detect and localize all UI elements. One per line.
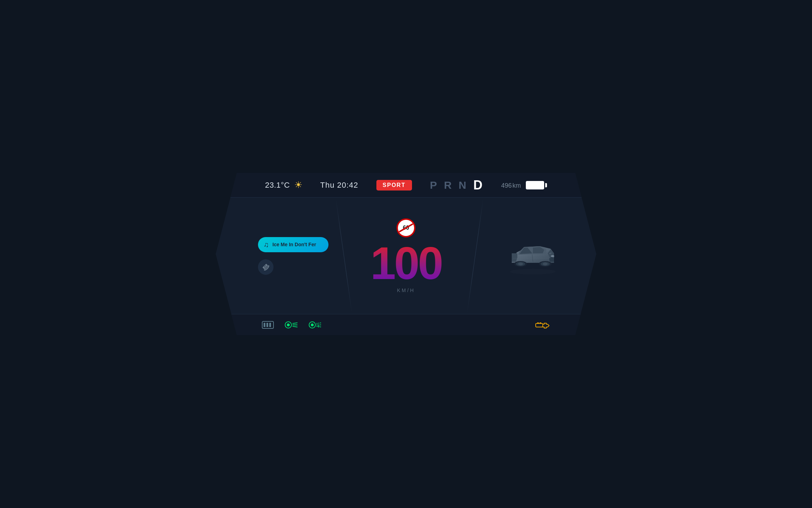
headlight-indicator-icon <box>284 320 298 330</box>
svg-point-13 <box>287 323 290 326</box>
svg-point-1 <box>551 255 554 257</box>
temperature-display: 23.1°C <box>265 181 290 190</box>
svg-rect-9 <box>264 323 265 327</box>
battery-icon <box>526 181 547 189</box>
phone-button[interactable]: ☎ <box>258 259 273 275</box>
svg-line-16 <box>293 326 297 327</box>
speed-unit: KM/H <box>397 288 415 293</box>
fog-light-indicator-icon <box>308 320 322 330</box>
svg-point-7 <box>543 262 548 265</box>
music-note-icon: ♫ <box>264 241 269 249</box>
sun-icon: ☀ <box>294 180 302 190</box>
svg-rect-23 <box>537 322 539 324</box>
svg-rect-24 <box>540 322 541 324</box>
left-panel: ♫ Ice Me In Don't Fer ☎ <box>216 237 314 275</box>
svg-rect-11 <box>269 323 271 327</box>
sport-mode-badge[interactable]: SPORT <box>376 180 412 190</box>
parking-sensor-icon <box>262 320 274 330</box>
svg-point-0 <box>510 269 556 274</box>
time-display: Thu 20:42 <box>320 181 358 190</box>
dashboard: 23.1°C ☀ Thu 20:42 SPORT P R N D 496km <box>216 173 596 335</box>
gear-n[interactable]: N <box>459 179 466 191</box>
weather-section: 23.1°C ☀ <box>265 180 302 190</box>
svg-line-19 <box>316 323 321 323</box>
main-content: ♫ Ice Me In Don't Fer ☎ 60 100 KM/H <box>216 198 596 314</box>
phone-icon: ☎ <box>260 261 271 272</box>
music-track-text: Ice Me In Don't Fer <box>272 242 316 247</box>
svg-point-4 <box>518 262 523 265</box>
battery-tip <box>545 183 547 187</box>
engine-warning-icon <box>535 320 550 330</box>
speed-limit-sign: 60 <box>396 218 416 237</box>
car-svg <box>505 233 561 279</box>
battery-body <box>526 181 544 189</box>
right-indicators <box>535 320 550 330</box>
left-indicators <box>262 320 322 330</box>
gear-r[interactable]: R <box>444 179 452 191</box>
gear-selector: P R N D <box>430 178 482 193</box>
right-panel <box>498 233 596 279</box>
svg-rect-22 <box>536 323 543 327</box>
car-3d-view <box>505 233 561 279</box>
gear-p[interactable]: P <box>430 179 437 191</box>
svg-line-14 <box>293 323 297 323</box>
speed-display: 100 <box>370 240 442 286</box>
bottom-bar <box>216 314 596 335</box>
dashboard-wrapper: 23.1°C ☀ Thu 20:42 SPORT P R N D 496km <box>216 173 596 335</box>
svg-point-18 <box>311 323 314 326</box>
center-panel: 60 100 KM/H <box>314 218 498 293</box>
range-section: 496km <box>500 181 547 190</box>
top-bar: 23.1°C ☀ Thu 20:42 SPORT P R N D 496km <box>216 173 596 198</box>
svg-rect-10 <box>266 323 268 327</box>
gear-d-active[interactable]: D <box>473 178 482 193</box>
range-value: 496km <box>500 181 521 190</box>
